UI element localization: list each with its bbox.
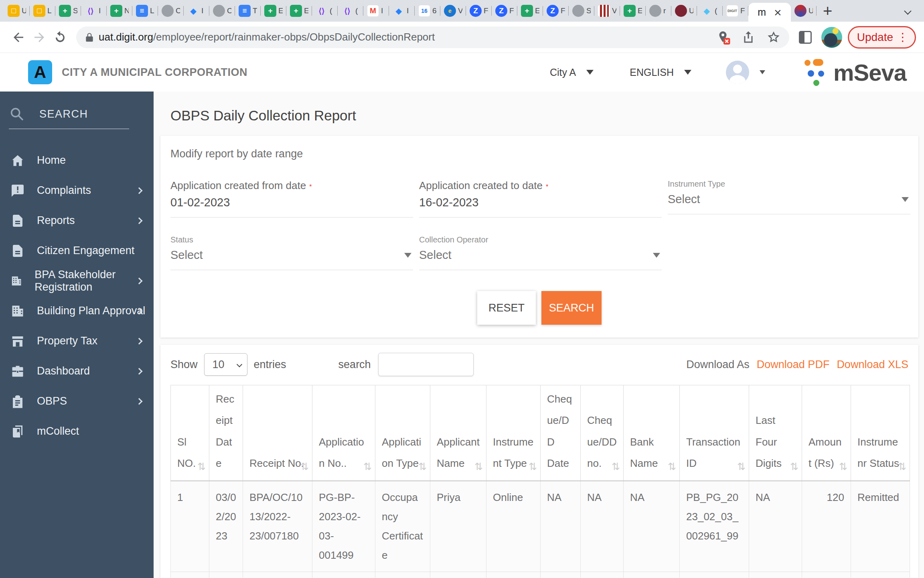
zoho-tab[interactable]: ZF <box>543 0 569 22</box>
gmail-tab[interactable]: MI <box>363 0 389 22</box>
col-cheque-dd-date[interactable]: Cheque/DD Date <box>541 385 581 481</box>
diamond-tab[interactable]: ◆I <box>389 0 415 22</box>
sidebar-item-reports[interactable]: Reports <box>0 206 154 236</box>
sort-icon[interactable]: ⇅ <box>668 462 676 472</box>
egov-tab[interactable]: eV <box>440 0 466 22</box>
sidebar-item-dashboard[interactable]: Dashboard <box>0 356 154 386</box>
diamond-tab[interactable]: ◆I <box>184 0 209 22</box>
active-tab[interactable]: m × <box>748 3 791 22</box>
sort-icon[interactable]: ⇅ <box>529 462 537 472</box>
language-selector[interactable]: ENGLISH <box>630 67 691 78</box>
new-tab-button[interactable]: + <box>823 2 832 20</box>
col-receipt-date[interactable]: Receipt Date <box>209 385 243 481</box>
col-instrument-status[interactable]: Instrumenr Status⇅ <box>851 385 910 481</box>
sidebar-item-home[interactable]: Home <box>0 145 154 175</box>
sort-icon[interactable]: ⇅ <box>790 462 798 472</box>
sidebar-item-citizen-engagement[interactable]: Citizen Engagement <box>0 236 154 266</box>
to-date-field[interactable]: Application created to date* 16-02-2023 <box>419 179 662 218</box>
darkred-tab[interactable]: U <box>671 0 697 22</box>
sidebar-item-building-plan-approval[interactable]: Building Plan Approval <box>0 296 154 326</box>
sort-icon[interactable]: ⇅ <box>300 462 309 472</box>
sheets-tab[interactable]: +E <box>286 0 312 22</box>
back-button[interactable] <box>8 27 29 48</box>
col-amount[interactable]: Amount (Rs)⇅ <box>802 385 851 481</box>
col-sl-no[interactable]: Sl NO.⇅ <box>171 385 209 481</box>
sort-icon[interactable]: ⇅ <box>898 462 906 472</box>
sheets-tab[interactable]: +N <box>107 0 132 22</box>
sort-icon[interactable]: ⇅ <box>474 462 483 472</box>
forward-button[interactable] <box>29 27 50 48</box>
side-panel-button[interactable] <box>795 27 816 48</box>
slides-tab[interactable]: □U <box>4 0 30 22</box>
globe-tab[interactable]: C <box>209 0 235 22</box>
search-button[interactable]: SEARCH <box>541 291 602 325</box>
browser-profile-avatar[interactable] <box>821 27 842 48</box>
stripes-tab[interactable]: V <box>594 0 620 22</box>
sort-icon[interactable]: ⇅ <box>737 462 746 472</box>
user-menu[interactable] <box>726 61 765 84</box>
col-instrument-type[interactable]: Instrument Type⇅ <box>486 385 541 481</box>
collection-operator-select[interactable]: Collection Operator Select <box>419 235 662 270</box>
tab-search-chevron-icon[interactable] <box>904 7 911 14</box>
from-date-field[interactable]: Application created from date* 01-02-202… <box>170 179 413 218</box>
col-cheque-dd-no[interactable]: Cheque/DD no.⇅ <box>581 385 624 481</box>
book-tab[interactable]: ◆( <box>697 0 723 22</box>
digit-tab[interactable]: DIGITF <box>723 0 748 22</box>
col-receipt-no[interactable]: Receipt No.⇅ <box>243 385 312 481</box>
download-pdf-link[interactable]: Download PDF <box>757 358 830 371</box>
sort-icon[interactable]: ⇅ <box>363 462 372 472</box>
sidebar-item-bpa-stakeholder[interactable]: BPA Stakeholder Registration <box>0 266 154 296</box>
address-bar[interactable]: uat.digit.org/employee/report/rainmaker-… <box>76 26 789 48</box>
sheets-tab[interactable]: +S <box>55 0 81 22</box>
sidebar-item-mcollect[interactable]: mCollect <box>0 416 154 446</box>
status-select[interactable]: Status Select <box>170 235 413 270</box>
globe-tab[interactable]: r <box>646 0 671 22</box>
collection-operator-value[interactable]: Select <box>419 248 662 262</box>
sort-icon[interactable]: ⇅ <box>197 462 206 472</box>
city-selector[interactable]: City A <box>550 67 594 78</box>
zoho-tab[interactable]: ZF <box>466 0 492 22</box>
col-bank-name[interactable]: Bank Name⇅ <box>624 385 680 481</box>
docs-tab[interactable]: ≡T <box>235 0 261 22</box>
browser-update-button[interactable]: Update ⋮ <box>848 26 916 49</box>
sort-icon[interactable]: ⇅ <box>839 462 847 472</box>
tab-close-icon[interactable]: × <box>774 6 782 19</box>
reload-button[interactable] <box>50 27 71 48</box>
sidebar-item-complaints[interactable]: Complaints <box>0 175 154 206</box>
status-value[interactable]: Select <box>170 248 413 262</box>
to-date-value[interactable]: 16-02-2023 <box>419 196 662 209</box>
calendar-tab[interactable]: 166 <box>415 0 440 22</box>
docs-tab[interactable]: ≡L <box>132 0 158 22</box>
sheets-tab[interactable]: +E <box>620 0 646 22</box>
sidebar-item-property-tax[interactable]: Property Tax <box>0 326 154 356</box>
code-tab[interactable]: ⟨⟩( <box>338 0 363 22</box>
code-tab[interactable]: ⟨⟩I <box>81 0 107 22</box>
sidebar-search[interactable]: SEARCH <box>0 106 154 129</box>
location-blocked-icon[interactable] <box>716 30 731 45</box>
col-application-no[interactable]: Application No..⇅ <box>312 385 375 481</box>
zoho-tab[interactable]: ZF <box>492 0 517 22</box>
user-avatar[interactable] <box>726 61 749 84</box>
bookmark-star-icon[interactable] <box>766 30 781 45</box>
col-transaction-id[interactable]: Transaction ID⇅ <box>680 385 749 481</box>
instrument-type-select[interactable]: Instrument Type Select <box>668 179 910 218</box>
browser-menu-dots-icon[interactable]: ⋮ <box>897 31 908 44</box>
share-icon[interactable] <box>741 30 756 45</box>
sidebar-item-obps[interactable]: OBPS <box>0 386 154 416</box>
from-date-value[interactable]: 01-02-2023 <box>170 196 413 209</box>
sort-icon[interactable]: ⇅ <box>612 462 620 472</box>
table-search-input[interactable] <box>378 353 474 376</box>
download-xls-link[interactable]: Download XLS <box>837 358 908 371</box>
col-applicant-name[interactable]: Applicant Name⇅ <box>430 385 486 481</box>
sheets-tab[interactable]: +E <box>517 0 543 22</box>
page-size-select[interactable]: 10 <box>204 353 247 376</box>
sort-icon[interactable]: ⇅ <box>418 462 427 472</box>
instrument-type-value[interactable]: Select <box>668 193 910 206</box>
globe-tab[interactable]: S <box>569 0 594 22</box>
slides-tab[interactable]: □L <box>30 0 55 22</box>
code-tab[interactable]: ⟨⟩( <box>312 0 338 22</box>
swirl-tab[interactable]: U <box>791 0 817 22</box>
reset-button[interactable]: RESET <box>477 291 536 325</box>
sheets-tab[interactable]: +E <box>261 0 286 22</box>
globe-tab[interactable]: C <box>158 0 184 22</box>
